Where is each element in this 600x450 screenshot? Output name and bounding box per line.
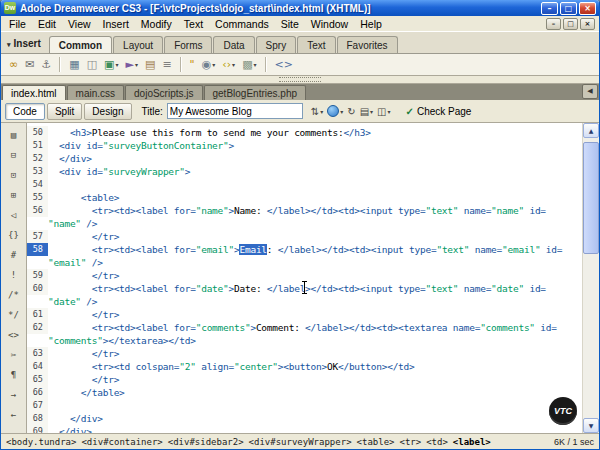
code-line[interactable]: </tr>	[48, 230, 582, 243]
hyperlink-icon[interactable]: ∞	[7, 56, 20, 73]
line-number[interactable]: 67	[27, 399, 48, 412]
view-options-icon[interactable]: ▤▾	[360, 106, 373, 117]
code-line[interactable]: <table>	[48, 191, 582, 204]
insert-tab-spry[interactable]: Spry	[256, 36, 297, 53]
balance-braces-icon[interactable]: {}	[4, 227, 23, 244]
preview-in-browser-icon[interactable]: ▾	[327, 105, 343, 117]
line-number[interactable]: 60	[27, 282, 48, 295]
code-line[interactable]: </tr>	[48, 373, 582, 386]
document-tab-main-css[interactable]: main.css	[67, 85, 124, 100]
line-number[interactable]: 53	[27, 165, 48, 178]
outdent-code-icon[interactable]: ←	[4, 407, 23, 424]
comment-icon[interactable]: "	[188, 56, 197, 73]
menu-item-insert[interactable]: Insert	[97, 18, 135, 30]
move-convert-css-icon[interactable]: ¶	[4, 367, 23, 384]
document-tab-index-html[interactable]: index.html	[2, 85, 66, 100]
menu-item-commands[interactable]: Commands	[209, 18, 275, 30]
document-title-input[interactable]	[167, 103, 303, 119]
menu-item-view[interactable]: View	[62, 18, 97, 30]
insert-tab-text[interactable]: Text	[297, 36, 335, 53]
line-number[interactable]: 66	[27, 386, 48, 399]
code-line[interactable]: </tr>	[48, 269, 582, 282]
server-side-include-icon[interactable]: ≡	[160, 56, 173, 73]
insert-bar-label[interactable]: ▾Insert	[7, 38, 41, 49]
document-tab-getblogentries-php[interactable]: getBlogEntries.php	[204, 85, 307, 100]
line-number[interactable]: 61	[27, 308, 48, 321]
line-number[interactable]: 69	[27, 425, 48, 433]
wrap-tag-icon[interactable]: <>	[4, 327, 23, 344]
collapse-full-tag-icon[interactable]: ⊟	[4, 147, 23, 164]
menu-item-edit[interactable]: Edit	[32, 18, 62, 30]
tag-selector-item[interactable]: <td>	[426, 437, 448, 447]
named-anchor-icon[interactable]: ⚓	[39, 56, 53, 73]
code-line[interactable]: </tr>	[48, 347, 582, 360]
insert-tab-data[interactable]: Data	[213, 36, 254, 53]
insert-tab-favorites[interactable]: Favorites	[337, 36, 398, 53]
tag-selector-item[interactable]: <body.tundra>	[6, 437, 76, 447]
code-line[interactable]: <div id="surveyButtonContainer">	[48, 139, 582, 152]
line-number[interactable]: 59	[27, 269, 48, 282]
code-line[interactable]: <tr><td colspan="2" align="center"><butt…	[48, 360, 582, 373]
line-numbers-icon[interactable]: #	[4, 247, 23, 264]
code-line[interactable]: </div>	[48, 425, 582, 433]
scrollbar-thumb[interactable]	[583, 142, 599, 254]
tag-selector-item[interactable]: <div#surveyWrapper>	[249, 437, 352, 447]
document-minimize-button[interactable]: –	[546, 18, 561, 30]
line-number[interactable]: 68	[27, 412, 48, 425]
code-line[interactable]: <div id="surveyWrapper">	[48, 165, 582, 178]
script-icon[interactable]: ‹›▾	[220, 56, 237, 73]
code-line[interactable]: <h3>Please use this form to send me your…	[48, 126, 582, 139]
document-restore-button[interactable]: □	[563, 18, 578, 30]
menu-item-site[interactable]: Site	[275, 18, 305, 30]
document-tab-dojoscripts-js[interactable]: dojoScripts.js	[125, 85, 202, 100]
refresh-design-view-icon[interactable]: ↻	[347, 106, 355, 117]
code-line[interactable]: </table>	[48, 386, 582, 399]
visual-aids-icon[interactable]: ◫▾	[377, 106, 390, 117]
scroll-up-button[interactable]: ▲	[583, 123, 599, 138]
highlight-invalid-code-icon[interactable]: !	[4, 267, 23, 284]
scroll-down-button[interactable]: ▼	[583, 418, 599, 433]
code-line[interactable]: <tr><td><label for="date">Date: </label>…	[48, 282, 582, 308]
collapse-panels-button[interactable]: ◀	[582, 84, 598, 99]
select-parent-tag-icon[interactable]: ◁	[4, 207, 23, 224]
design-view-button[interactable]: Design	[84, 103, 131, 120]
insert-tab-forms[interactable]: Forms	[164, 36, 212, 53]
head-icon[interactable]: ◉▾	[200, 56, 218, 73]
menu-item-help[interactable]: Help	[354, 18, 388, 30]
menu-item-modify[interactable]: Modify	[135, 18, 178, 30]
code-line[interactable]: </div>	[48, 152, 582, 165]
line-number[interactable]: 65	[27, 373, 48, 386]
maximize-button[interactable]: □	[560, 2, 577, 15]
vertical-scrollbar[interactable]: ▲ ▼	[582, 123, 599, 433]
insert-div-tag-icon[interactable]: ◫	[85, 56, 99, 73]
indent-code-icon[interactable]: →	[4, 387, 23, 404]
line-number[interactable]: 52	[27, 152, 48, 165]
tag-selector-item[interactable]: <div#sidebar2>	[168, 437, 244, 447]
line-number[interactable]: 56	[27, 204, 48, 217]
table-icon[interactable]: ▦	[67, 56, 81, 73]
line-number[interactable]: 54	[27, 178, 48, 191]
toolbar-grip-divider[interactable]	[1, 76, 599, 84]
tag-selector-item[interactable]: <label>	[453, 437, 491, 447]
line-number[interactable]: 64	[27, 360, 48, 373]
code-line[interactable]: <tr><td><label for="comments">Comment: <…	[48, 321, 582, 347]
code-line[interactable]: </div>	[48, 412, 582, 425]
collapse-selection-icon[interactable]: ⊡	[4, 167, 23, 184]
recent-snippets-icon[interactable]: ✂	[4, 347, 23, 364]
tag-chooser-icon[interactable]: <>	[273, 56, 295, 73]
document-close-button[interactable]: ×	[580, 18, 595, 30]
code-view-button[interactable]: Code	[5, 103, 45, 120]
date-icon[interactable]: ▤	[143, 56, 157, 73]
close-button[interactable]: ×	[579, 2, 596, 15]
line-number[interactable]: 50	[27, 126, 48, 139]
code-line[interactable]: <tr><td><label for="name">Name: </label>…	[48, 204, 582, 230]
line-number[interactable]: 51	[27, 139, 48, 152]
split-view-button[interactable]: Split	[47, 103, 82, 120]
media-icon[interactable]: ►▾	[124, 56, 140, 73]
remove-comment-icon[interactable]: */	[4, 307, 23, 324]
email-link-icon[interactable]: ✉	[23, 56, 36, 73]
apply-comment-icon[interactable]: /*	[4, 287, 23, 304]
tag-selector-item[interactable]: <table>	[357, 437, 395, 447]
expand-all-icon[interactable]: ⊞	[4, 187, 23, 204]
menu-item-text[interactable]: Text	[178, 18, 209, 30]
